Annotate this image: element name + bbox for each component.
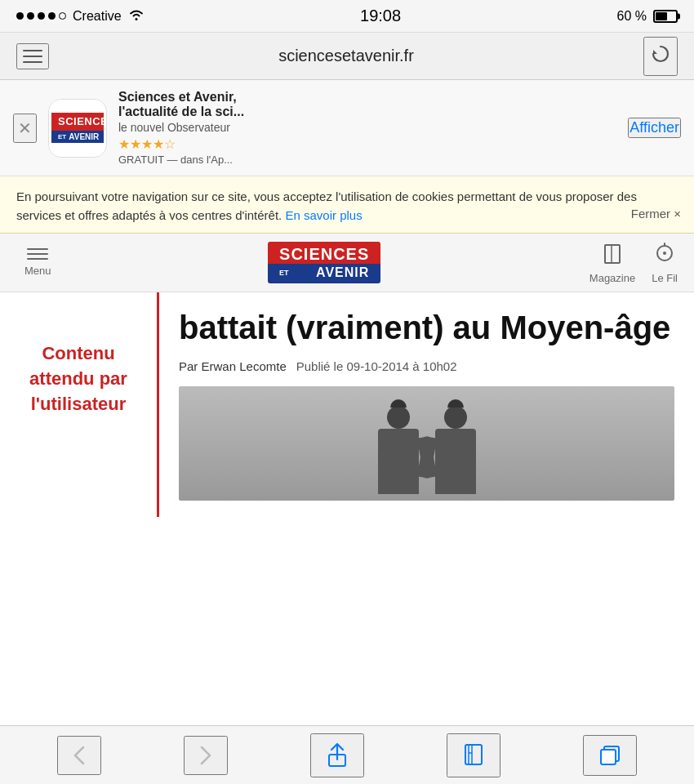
- logo-avenir: ETAVENIR: [268, 264, 380, 283]
- svg-rect-11: [601, 750, 616, 764]
- signal-dot-1: [16, 12, 24, 20]
- article-published: Publié le 09-10-2014 à 10h02: [296, 359, 457, 373]
- forward-button[interactable]: [184, 736, 228, 775]
- magazine-icon: [601, 242, 624, 270]
- lefil-label: Le Fil: [652, 272, 678, 284]
- site-logo[interactable]: SCIENCES ETAVENIR: [60, 242, 589, 283]
- app-title: Sciences et Avenir,: [118, 90, 616, 105]
- status-time: 19:08: [360, 7, 401, 25]
- signal-dots: [16, 12, 66, 20]
- status-left: Creative: [16, 8, 145, 24]
- hamburger-menu-button[interactable]: [16, 43, 49, 69]
- left-annotation: Contenu attendu par l'utilisateur: [0, 292, 159, 517]
- carrier-name: Creative: [73, 9, 122, 24]
- svg-rect-2: [605, 245, 612, 263]
- site-nav: Menu SCIENCES ETAVENIR Magazine: [0, 234, 694, 292]
- nav-actions: Magazine Le Fil: [589, 242, 678, 284]
- signal-dot-3: [38, 12, 45, 20]
- tabs-button[interactable]: [583, 735, 637, 776]
- back-button[interactable]: [57, 736, 101, 775]
- hamburger-line-2: [23, 56, 42, 57]
- app-icon-sciences: SCIENCES: [51, 113, 104, 131]
- knight-scene: [179, 386, 674, 501]
- bottom-toolbar: [0, 725, 694, 784]
- app-info: Sciences et Avenir, l'actualité de la sc…: [118, 90, 616, 166]
- svg-point-4: [663, 252, 666, 255]
- app-stars: ★★★★☆: [118, 136, 616, 152]
- article-title: battait (vraiment) au Moyen-âge: [179, 309, 674, 346]
- cookie-close-button[interactable]: Fermer ×: [631, 205, 681, 224]
- article-author: Par Erwan Lecomte: [179, 359, 287, 373]
- close-banner-button[interactable]: ✕: [13, 114, 37, 143]
- app-subtitle: le nouvel Observateur: [118, 121, 616, 134]
- battery-fill: [656, 12, 667, 20]
- signal-dot-5: [59, 12, 66, 20]
- svg-rect-8: [469, 745, 472, 764]
- svg-rect-7: [465, 745, 482, 764]
- lefil-icon: [653, 242, 676, 270]
- hamburger-line-1: [23, 50, 42, 51]
- svg-marker-0: [653, 50, 657, 54]
- address-field[interactable]: sciencesetavenir.fr: [49, 47, 643, 65]
- app-free-label: GRATUIT — dans l'Ap...: [118, 154, 616, 166]
- logo-sciences: SCIENCES: [268, 242, 380, 264]
- wifi-icon: [128, 8, 145, 24]
- status-bar: Creative 19:08 60 %: [0, 0, 694, 33]
- svg-rect-1: [605, 245, 620, 263]
- status-right: 60 %: [617, 9, 678, 24]
- article-image: [179, 386, 674, 501]
- hamburger-line-3: [23, 61, 42, 63]
- app-banner: ✕ SCIENCES ETAVENIR Sciences et Avenir, …: [0, 80, 694, 176]
- app-title-2: l'actualité de la sci...: [118, 105, 616, 119]
- signal-dot-2: [27, 12, 34, 20]
- knight-left: [378, 406, 419, 494]
- signal-dot-4: [48, 12, 56, 20]
- app-icon-avenir: ETAVENIR: [51, 131, 104, 143]
- cookie-banner: En poursuivant votre navigation sur ce s…: [0, 176, 694, 234]
- magazine-button[interactable]: Magazine: [589, 242, 635, 284]
- app-icon: SCIENCES ETAVENIR: [48, 99, 107, 158]
- site-menu-label: Menu: [24, 265, 51, 277]
- knight-right: [435, 406, 476, 494]
- battery-icon: [653, 10, 678, 23]
- battery-percent: 60 %: [617, 9, 647, 24]
- content-area: Contenu attendu par l'utilisateur battai…: [0, 292, 694, 517]
- bookmarks-button[interactable]: [447, 733, 500, 777]
- address-bar: sciencesetavenir.fr: [0, 33, 694, 80]
- article-content: battait (vraiment) au Moyen-âge Par Erwa…: [159, 292, 694, 517]
- app-afficher-button[interactable]: Afficher: [628, 118, 681, 138]
- site-menu-button[interactable]: Menu: [16, 243, 60, 282]
- cookie-learn-more-link[interactable]: En savoir plus: [285, 208, 362, 222]
- lefil-button[interactable]: Le Fil: [652, 242, 678, 284]
- reload-button[interactable]: [643, 37, 678, 76]
- article-meta: Par Erwan Lecomte Publié le 09-10-2014 à…: [179, 359, 674, 373]
- share-button[interactable]: [310, 733, 364, 777]
- magazine-label: Magazine: [589, 272, 635, 284]
